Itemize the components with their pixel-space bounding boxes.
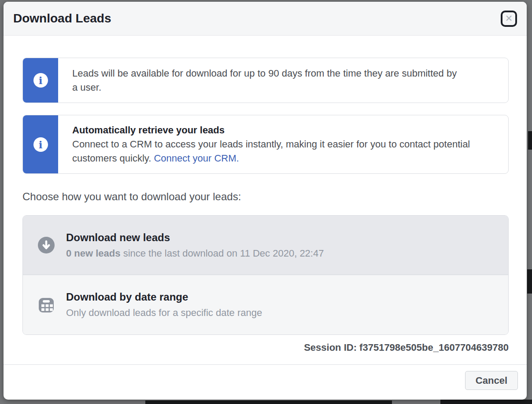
session-id-label: Session ID:	[304, 342, 357, 353]
background-page-remnant	[145, 400, 392, 404]
option-subtitle: 0 new leads since the last download on 1…	[66, 247, 324, 260]
retention-notice-banner: i Leads will be available for download f…	[22, 58, 509, 103]
option-text: Download new leads 0 new leads since the…	[66, 231, 324, 260]
option-title: Download new leads	[66, 231, 324, 244]
cancel-button[interactable]: Cancel	[465, 371, 518, 390]
close-icon: ✕	[505, 14, 513, 23]
download-leads-modal: Download Leads ✕ i Leads will be availab…	[4, 2, 527, 400]
info-icon: i	[33, 137, 48, 152]
background-page-remnant	[527, 269, 532, 294]
connect-crm-link[interactable]: Connect your CRM.	[154, 153, 239, 164]
modal-header: Download Leads ✕	[4, 2, 527, 36]
option-title: Download by date range	[66, 290, 262, 304]
crm-banner-text: Connect to a CRM to access your leads in…	[72, 137, 495, 165]
dimmed-backdrop: Download Leads ✕ i Leads will be availab…	[0, 0, 532, 404]
option-download-new-leads[interactable]: Download new leads 0 new leads since the…	[23, 216, 508, 275]
calendar-icon	[38, 297, 55, 313]
choose-prompt: Choose how you want to download your lea…	[22, 191, 509, 203]
last-download-info: since the last download on 11 Dec 2020, …	[121, 248, 324, 259]
option-download-by-date-range[interactable]: Download by date range Only download lea…	[23, 275, 508, 334]
option-text: Download by date range Only download lea…	[66, 290, 262, 319]
banner-body: Automatically retrieve your leads Connec…	[58, 115, 508, 173]
modal-footer: Cancel	[4, 365, 527, 400]
banner-body: Leads will be available for download for…	[58, 58, 473, 103]
option-subtitle: Only download leads for a specific date …	[66, 307, 262, 319]
retention-notice-text: Leads will be available for download for…	[72, 66, 460, 95]
background-page-remnant	[440, 400, 532, 404]
download-arrow-icon	[38, 237, 55, 253]
banner-accent-strip: i	[23, 115, 58, 173]
banner-accent-strip: i	[23, 58, 58, 103]
background-page-remnant	[528, 131, 532, 150]
new-leads-count: 0 new leads	[66, 248, 121, 259]
page-title: Download Leads	[13, 11, 111, 26]
close-button[interactable]: ✕	[501, 11, 517, 27]
download-options-list: Download new leads 0 new leads since the…	[22, 215, 509, 335]
crm-banner-sentence: Connect to a CRM to access your leads in…	[72, 139, 470, 164]
crm-banner-title: Automatically retrieve your leads	[72, 123, 495, 137]
session-id: Session ID: f3751798e505be_1607704639780	[22, 342, 509, 353]
modal-content: i Leads will be available for download f…	[4, 36, 527, 364]
info-icon: i	[33, 73, 48, 88]
crm-banner: i Automatically retrieve your leads Conn…	[22, 115, 509, 174]
session-id-value: f3751798e505be_1607704639780	[359, 342, 509, 353]
